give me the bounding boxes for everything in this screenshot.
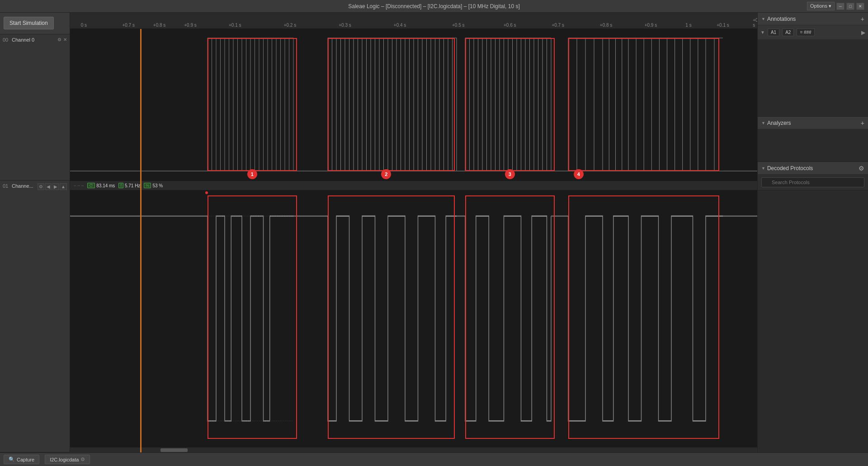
- capture-tab[interactable]: 🔍 Capture: [4, 455, 39, 464]
- marker-2-label: 2: [385, 171, 387, 177]
- titlebar: Saleae Logic – [Disconnected] – [I2C.log…: [0, 0, 868, 13]
- meas-freq-val: 5.71 Hz: [125, 183, 140, 188]
- channel-sidebar: Start Simulation 00 Channel 0 ⚙ ✕ 01 Cha…: [0, 13, 70, 452]
- timeline-mark-06: +0.6 s: [504, 23, 516, 28]
- channel-1-waveform-svg: [70, 190, 757, 447]
- channel-1-number: 01: [3, 183, 10, 189]
- channel-0-row: 00 Channel 0 ⚙ ✕: [0, 34, 70, 181]
- channel-1-scroll-left-icon[interactable]: ◀: [45, 183, 52, 190]
- capture-icon: 🔍: [9, 456, 15, 462]
- annotations-filter-icon[interactable]: ▼: [760, 30, 765, 35]
- channel-0-waveform[interactable]: 1 2 3 4: [70, 29, 757, 181]
- analyzers-add-button[interactable]: +: [861, 119, 864, 127]
- timeline-mark-09: +0.9 s: [645, 23, 657, 28]
- meas-freq: f 5.71 Hz: [118, 183, 140, 188]
- decoded-protocols-section: ▼ Decoded Protocols ⚙ 🔍: [758, 162, 868, 452]
- right-panel: ▼ Annotations + ▼ A1 A2 = ### ▶ ▼ Analyz…: [757, 13, 868, 452]
- annotation-a1-button[interactable]: A1: [768, 29, 779, 36]
- timeline-mark-101: +0.1 s: [717, 23, 729, 28]
- analyzers-header: ▼ Analyzers +: [758, 117, 868, 129]
- channel-0-close-icon[interactable]: ✕: [63, 37, 67, 42]
- annotations-section: ▼ Annotations + ▼ A1 A2 = ### ▶: [758, 13, 868, 117]
- channel-1-controls: ⚙ ◀ ▶ ▲: [38, 183, 67, 190]
- close-button[interactable]: ✕: [856, 3, 864, 10]
- capture-label: Capture: [17, 457, 34, 462]
- annotations-collapse-icon[interactable]: ▼: [761, 17, 765, 21]
- file-tab[interactable]: I2C.logicdata ⚙: [45, 455, 90, 464]
- decoded-protocols-collapse-icon[interactable]: ▼: [761, 166, 765, 171]
- timeline-mark-05: +0.5 s: [452, 23, 465, 28]
- channel-1-expand-icon[interactable]: ▲: [60, 183, 67, 190]
- meas-pct-val: 53 %: [152, 183, 163, 188]
- channel-1-scroll-right-icon[interactable]: ▶: [52, 183, 59, 190]
- channel-1-row: 01 Channe... ⚙ ◀ ▶ ▲: [0, 181, 70, 452]
- annotations-toolbar: ▼ A1 A2 = ### ▶: [758, 25, 868, 40]
- timeline-mark-102: +0.2 s: [753, 18, 757, 28]
- meas-time-icon: ⏱: [87, 183, 95, 188]
- analyzers-section: ▼ Analyzers +: [758, 117, 868, 162]
- window-title: Saleae Logic – [Disconnected] – [I2C.log…: [348, 3, 520, 10]
- decoded-protocols-content: 🔍: [758, 175, 868, 452]
- marker-2: 2: [381, 169, 391, 179]
- channel-0-settings-icon[interactable]: ⚙: [57, 37, 61, 42]
- channel-0-waveform-svg: [70, 29, 757, 180]
- scrollbar-thumb[interactable]: [160, 448, 188, 452]
- channel-1-settings-icon[interactable]: ⚙: [38, 183, 44, 190]
- timeline-mark-sub2: +0.8 s: [153, 23, 166, 28]
- timeline-mark-03: +0.3 s: [339, 23, 351, 28]
- marker-1-label: 1: [251, 171, 254, 177]
- meas-time-val: 83.14 ms: [96, 183, 115, 188]
- timeline-mark-08: +0.8 s: [600, 23, 613, 28]
- waveform-channels: 1 2 3 4 ·· ·· ·· ⏱ 83.14 ms: [70, 29, 757, 447]
- annotation-hash-button[interactable]: = ###: [797, 29, 814, 36]
- meas-pct: % 53 %: [144, 183, 163, 188]
- marker-3: 3: [505, 169, 515, 179]
- window-controls[interactable]: Options ▾ ─ □ ✕: [807, 2, 864, 10]
- channel-0-label: Channel 0: [12, 37, 56, 43]
- search-wrapper: 🔍: [761, 177, 864, 187]
- annotations-add-button[interactable]: +: [861, 15, 864, 23]
- maximize-button[interactable]: □: [846, 3, 854, 10]
- marker-4: 4: [574, 169, 584, 179]
- annotations-content: [758, 40, 868, 116]
- start-simulation-button[interactable]: Start Simulation: [4, 17, 54, 29]
- meas-time: ⏱ 83.14 ms: [87, 183, 115, 188]
- toolbar: Start Simulation: [0, 13, 70, 34]
- analyzers-content: [758, 129, 868, 162]
- channel-0-number: 00: [3, 37, 10, 43]
- options-button[interactable]: Options ▾: [807, 2, 835, 10]
- measurement-bar: ·· ·· ·· ⏱ 83.14 ms f 5.71 Hz % 53 %: [70, 181, 757, 190]
- minimize-button[interactable]: ─: [836, 3, 844, 10]
- decoded-protocols-settings-button[interactable]: ⚙: [859, 165, 864, 172]
- annotation-arrow-icon[interactable]: ▶: [861, 29, 865, 36]
- marker-4-label: 4: [577, 171, 580, 177]
- timeline-mark-sub3: +0.9 s: [184, 23, 197, 28]
- channel-1-label: Channe...: [12, 183, 36, 189]
- main-layout: Start Simulation 00 Channel 0 ⚙ ✕ 01 Cha…: [0, 13, 868, 452]
- position-indicator: [140, 29, 142, 452]
- file-settings-icon[interactable]: ⚙: [80, 456, 85, 462]
- analyzers-title: Analyzers: [767, 120, 859, 126]
- annotation-a2-button[interactable]: A2: [782, 29, 794, 36]
- search-protocols-input[interactable]: [761, 177, 864, 187]
- file-label: I2C.logicdata: [50, 457, 79, 462]
- timeline-mark-04: +0.4 s: [394, 23, 406, 28]
- search-protocols-container: 🔍: [758, 175, 868, 190]
- timeline-mark-02: +0.2 s: [284, 23, 297, 28]
- marker-3-label: 3: [509, 171, 511, 177]
- marker-1: 1: [247, 169, 257, 179]
- timeline-mark-1s: 1 s: [685, 23, 691, 28]
- statusbar: 🔍 Capture I2C.logicdata ⚙: [0, 452, 868, 466]
- annotations-header: ▼ Annotations +: [758, 13, 868, 25]
- meas-freq-icon: f: [118, 183, 123, 188]
- channel-1-waveform[interactable]: [70, 190, 757, 447]
- analyzers-collapse-icon[interactable]: ▼: [761, 121, 765, 125]
- timeline-mark-01: +0.1 s: [229, 23, 241, 28]
- timeline-mark-sub1: +0.7 s: [122, 23, 135, 28]
- timeline-mark-07: +0.7 s: [552, 23, 564, 28]
- horizontal-scrollbar[interactable]: [70, 447, 757, 452]
- waveform-area: 0 s +0.7 s +0.8 s +0.9 s +0.1 s +0.2 s +…: [70, 13, 757, 452]
- svg-rect-107: [70, 190, 757, 447]
- meas-pct-icon: %: [144, 183, 151, 188]
- decoded-protocols-title: Decoded Protocols: [767, 165, 857, 171]
